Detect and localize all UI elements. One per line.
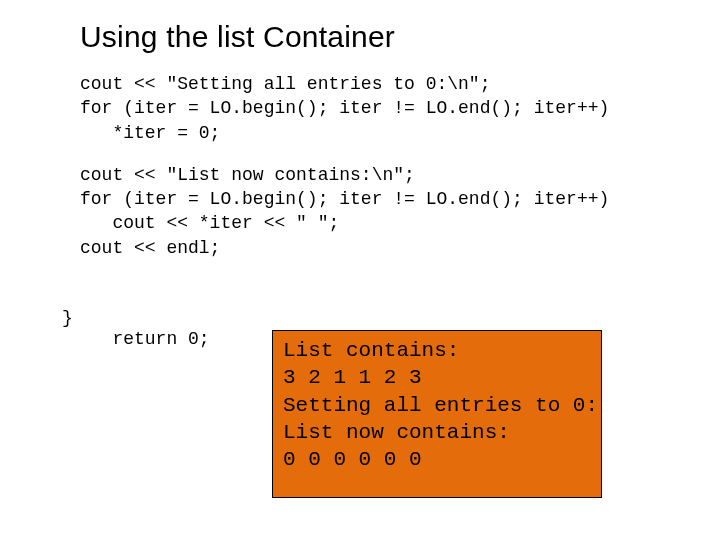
code-block-2: cout << "List now contains:\n"; for (ite…: [80, 163, 660, 260]
program-output-box: List contains: 3 2 1 1 2 3 Setting all e…: [272, 330, 602, 498]
code-block-1: cout << "Setting all entries to 0:\n"; f…: [80, 72, 660, 145]
close-brace: }: [62, 306, 73, 330]
slide-title: Using the list Container: [80, 20, 660, 54]
